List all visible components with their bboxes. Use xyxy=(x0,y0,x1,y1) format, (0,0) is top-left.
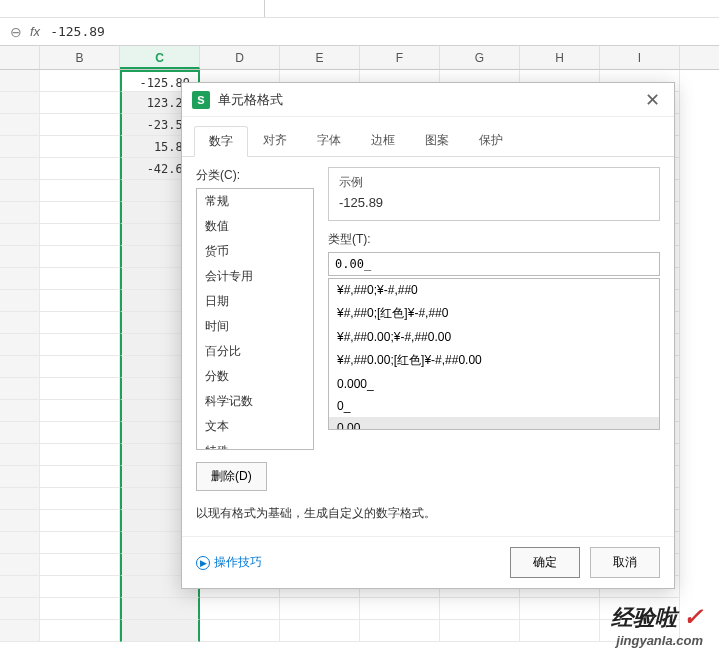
category-item[interactable]: 数值 xyxy=(197,214,313,239)
row-header[interactable] xyxy=(0,180,40,202)
category-item[interactable]: 文本 xyxy=(197,414,313,439)
tab-2[interactable]: 字体 xyxy=(302,125,356,156)
formula-value[interactable]: -125.89 xyxy=(50,24,105,39)
cell[interactable] xyxy=(40,444,120,466)
cell[interactable] xyxy=(40,422,120,444)
row-header[interactable] xyxy=(0,312,40,334)
row-header[interactable] xyxy=(0,268,40,290)
row-header[interactable] xyxy=(0,136,40,158)
row-header[interactable] xyxy=(0,246,40,268)
category-list[interactable]: 常规数值货币会计专用日期时间百分比分数科学记数文本特殊自定义 xyxy=(196,188,314,450)
row-header[interactable] xyxy=(0,422,40,444)
row-header[interactable] xyxy=(0,92,40,114)
row-header[interactable] xyxy=(0,356,40,378)
row-header[interactable] xyxy=(0,400,40,422)
row-header[interactable] xyxy=(0,532,40,554)
type-list[interactable]: ¥#,##0;¥-#,##0¥#,##0;[红色]¥-#,##0¥#,##0.0… xyxy=(328,278,660,430)
row-header[interactable] xyxy=(0,466,40,488)
cell[interactable] xyxy=(40,114,120,136)
cell[interactable] xyxy=(360,620,440,642)
category-item[interactable]: 分数 xyxy=(197,364,313,389)
cell[interactable] xyxy=(200,598,280,620)
category-item[interactable]: 日期 xyxy=(197,289,313,314)
tab-5[interactable]: 保护 xyxy=(464,125,518,156)
cell[interactable] xyxy=(40,488,120,510)
cell[interactable] xyxy=(40,378,120,400)
type-item[interactable]: ¥#,##0;[红色]¥-#,##0 xyxy=(329,301,659,326)
tab-3[interactable]: 边框 xyxy=(356,125,410,156)
type-item[interactable]: 0.00_ xyxy=(329,417,659,430)
type-input[interactable] xyxy=(328,252,660,276)
cell[interactable] xyxy=(40,224,120,246)
cell[interactable] xyxy=(200,620,280,642)
cell[interactable] xyxy=(40,180,120,202)
cell[interactable] xyxy=(40,554,120,576)
col-header-e[interactable]: E xyxy=(280,46,360,69)
type-item[interactable]: ¥#,##0.00;¥-#,##0.00 xyxy=(329,326,659,348)
row-header[interactable] xyxy=(0,576,40,598)
cell[interactable] xyxy=(120,598,200,620)
cell[interactable] xyxy=(40,620,120,642)
col-header-i[interactable]: I xyxy=(600,46,680,69)
col-header-f[interactable]: F xyxy=(360,46,440,69)
category-item[interactable]: 时间 xyxy=(197,314,313,339)
cell[interactable] xyxy=(360,598,440,620)
cell[interactable] xyxy=(40,92,120,114)
tab-4[interactable]: 图案 xyxy=(410,125,464,156)
col-header-h[interactable]: H xyxy=(520,46,600,69)
cell[interactable] xyxy=(40,576,120,598)
type-item[interactable]: 0_ xyxy=(329,395,659,417)
category-item[interactable]: 百分比 xyxy=(197,339,313,364)
close-icon[interactable]: ✕ xyxy=(641,89,664,111)
category-item[interactable]: 会计专用 xyxy=(197,264,313,289)
type-item[interactable]: ¥#,##0.00;[红色]¥-#,##0.00 xyxy=(329,348,659,373)
cell[interactable] xyxy=(40,202,120,224)
tips-link[interactable]: ▶ 操作技巧 xyxy=(196,554,262,571)
row-header[interactable] xyxy=(0,202,40,224)
type-item[interactable]: 0.000_ xyxy=(329,373,659,395)
row-header[interactable] xyxy=(0,510,40,532)
row-header[interactable] xyxy=(0,488,40,510)
cell[interactable] xyxy=(520,598,600,620)
category-item[interactable]: 货币 xyxy=(197,239,313,264)
row-header[interactable] xyxy=(0,444,40,466)
tab-1[interactable]: 对齐 xyxy=(248,125,302,156)
row-header[interactable] xyxy=(0,158,40,180)
cell[interactable] xyxy=(40,598,120,620)
col-header-g[interactable]: G xyxy=(440,46,520,69)
row-header[interactable] xyxy=(0,290,40,312)
cell[interactable] xyxy=(440,598,520,620)
cell[interactable] xyxy=(40,70,120,92)
cell[interactable] xyxy=(40,312,120,334)
row-header[interactable] xyxy=(0,554,40,576)
category-item[interactable]: 特殊 xyxy=(197,439,313,450)
col-header-d[interactable]: D xyxy=(200,46,280,69)
cell[interactable] xyxy=(40,510,120,532)
row-header[interactable] xyxy=(0,378,40,400)
row-header[interactable] xyxy=(0,224,40,246)
cell[interactable] xyxy=(280,598,360,620)
tab-0[interactable]: 数字 xyxy=(194,126,248,157)
zoom-out-icon[interactable]: ⊖ xyxy=(10,24,22,40)
cell[interactable] xyxy=(520,620,600,642)
cell[interactable] xyxy=(40,158,120,180)
cell[interactable] xyxy=(40,290,120,312)
cell[interactable] xyxy=(40,268,120,290)
col-header-b[interactable]: B xyxy=(40,46,120,69)
row-header[interactable] xyxy=(0,598,40,620)
category-item[interactable]: 科学记数 xyxy=(197,389,313,414)
col-header-c[interactable]: C xyxy=(120,46,200,69)
cancel-button[interactable]: 取消 xyxy=(590,547,660,578)
cell[interactable] xyxy=(40,466,120,488)
type-item[interactable]: ¥#,##0;¥-#,##0 xyxy=(329,279,659,301)
category-item[interactable]: 常规 xyxy=(197,189,313,214)
cell[interactable] xyxy=(40,532,120,554)
cell[interactable] xyxy=(40,136,120,158)
cell[interactable] xyxy=(40,246,120,268)
ok-button[interactable]: 确定 xyxy=(510,547,580,578)
cell[interactable] xyxy=(40,400,120,422)
corner-cell[interactable] xyxy=(0,46,40,69)
row-header[interactable] xyxy=(0,70,40,92)
row-header[interactable] xyxy=(0,620,40,642)
row-header[interactable] xyxy=(0,334,40,356)
